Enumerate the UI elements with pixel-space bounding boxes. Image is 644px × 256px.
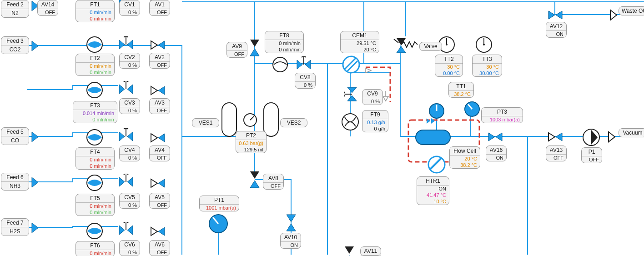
pump-icon[interactable] xyxy=(582,128,600,146)
svg-rect-71 xyxy=(416,130,450,145)
cv1-box[interactable]: CV10 % xyxy=(119,0,140,16)
svg-marker-47 xyxy=(345,246,354,254)
heater-icon[interactable] xyxy=(428,156,446,174)
control-valve-icon[interactable] xyxy=(118,174,134,187)
feed-triangle-icon xyxy=(31,176,39,188)
feed-2[interactable]: Feed 2N2 xyxy=(1,0,29,18)
cv8-valve-icon[interactable] xyxy=(296,56,312,70)
svg-point-49 xyxy=(273,57,287,72)
feed-triangle-icon xyxy=(31,131,39,143)
block-valve-icon[interactable] xyxy=(150,178,166,188)
av16-box[interactable]: AV16ON xyxy=(486,146,507,161)
tt2-box[interactable]: TT230 °C0.00 °C xyxy=(435,55,463,77)
ft3-box[interactable]: FT30.014 mln/min0 mln/min xyxy=(73,101,117,123)
av12-valve-icon[interactable] xyxy=(548,10,563,20)
av14-box[interactable]: AV14OFF xyxy=(37,0,58,16)
av4-box[interactable]: AV4OFF xyxy=(149,146,170,161)
svg-marker-93 xyxy=(366,68,371,73)
svg-marker-21 xyxy=(127,132,133,141)
control-valve-icon[interactable] xyxy=(118,36,134,50)
mfc-icon[interactable] xyxy=(86,222,104,240)
cv5-box[interactable]: CV50 % xyxy=(119,193,140,209)
av5-box[interactable]: AV5OFF xyxy=(149,193,170,209)
av16-valve-icon[interactable] xyxy=(488,132,503,142)
svg-marker-15 xyxy=(127,40,133,49)
gauge-small-icon xyxy=(243,113,257,127)
feed-7[interactable]: Feed 7H2S xyxy=(1,218,29,236)
mfc-icon[interactable] xyxy=(86,35,104,54)
av9-box[interactable]: AV9OFF xyxy=(226,42,247,58)
svg-marker-73 xyxy=(431,118,435,124)
svg-marker-36 xyxy=(158,134,165,142)
flowcell-box[interactable]: Flow Cell20 °C38.2 °C xyxy=(449,146,480,169)
av3-box[interactable]: AV3OFF xyxy=(149,98,170,114)
ft2-box[interactable]: FT20 mln/min0 mln/min xyxy=(75,54,115,76)
block-valve-icon[interactable] xyxy=(150,85,166,95)
p1-box[interactable]: P1OFF xyxy=(581,147,602,163)
pt1-box[interactable]: PT11001 mbar(a) xyxy=(199,196,239,211)
gauge-filled-icon xyxy=(208,214,228,234)
av11-valve-icon[interactable] xyxy=(344,246,355,256)
svg-marker-40 xyxy=(158,227,165,236)
av1-box[interactable]: AV1OFF xyxy=(149,0,170,16)
control-valve-icon[interactable] xyxy=(118,222,134,236)
cv3-box[interactable]: CV30 % xyxy=(119,98,140,114)
cv9-box[interactable]: CV90 % xyxy=(362,89,383,105)
cv6-box[interactable]: CV60 % xyxy=(119,240,140,256)
tt3-box[interactable]: TT330 °C30.00 °C xyxy=(472,55,502,77)
cv8-box[interactable]: CV80 % xyxy=(295,73,316,89)
block-valve-icon[interactable] xyxy=(150,133,166,143)
control-valve-icon[interactable] xyxy=(118,81,134,95)
ves2-box: VES2 xyxy=(280,118,307,127)
cv4-box[interactable]: CV40 % xyxy=(119,146,140,161)
av11-box[interactable]: AV11 xyxy=(360,246,381,256)
feed-6[interactable]: Feed 6NH3 xyxy=(1,173,29,191)
heat-exchanger-icon xyxy=(342,55,360,74)
control-valve-icon[interactable] xyxy=(118,128,134,142)
av6-box[interactable]: AV6OFF xyxy=(149,240,170,256)
mfc-icon[interactable] xyxy=(86,174,104,192)
feed-3[interactable]: Feed 3CO2 xyxy=(1,36,29,54)
av9-valve-icon[interactable] xyxy=(249,39,260,57)
feed-5[interactable]: Feed 5CO xyxy=(1,127,29,145)
svg-marker-77 xyxy=(548,11,555,19)
vacuum-box: Vacuum xyxy=(619,128,644,137)
svg-marker-24 xyxy=(127,177,133,186)
av2-box[interactable]: AV2OFF xyxy=(149,53,170,69)
flow-cell-icon[interactable] xyxy=(415,128,451,146)
htr1-box[interactable]: HTR1ON41.47 °C10 °C xyxy=(417,176,449,205)
svg-marker-31 xyxy=(151,41,157,49)
av13-box[interactable]: AV13OFF xyxy=(546,146,567,161)
av10-box[interactable]: AV10ON xyxy=(280,233,301,249)
block-valve-icon[interactable] xyxy=(150,40,166,50)
av12-box[interactable]: AV12ON xyxy=(546,22,567,38)
mfc-icon[interactable] xyxy=(86,81,104,99)
ft4-box[interactable]: FT40 mln/min0 mln/min xyxy=(75,147,115,170)
ft9-box[interactable]: FT90.13 g/h0 g/h xyxy=(362,110,388,132)
block-valve-icon[interactable] xyxy=(150,226,166,236)
cem1-box[interactable]: CEM129.51 °C20 °C xyxy=(340,31,379,53)
av13-valve-icon[interactable] xyxy=(548,132,563,142)
svg-marker-17 xyxy=(119,85,125,94)
pt3-box[interactable]: PT31003 mbar(a) xyxy=(481,107,523,123)
svg-marker-32 xyxy=(158,41,165,49)
flow-direction-icon xyxy=(426,117,437,125)
pt2-box[interactable]: PT20.63 bar(g)129.5 ml xyxy=(236,131,267,153)
ft5-box[interactable]: FT50 mln/min0 mln/min xyxy=(75,194,115,216)
ft1-box[interactable]: FT10 mln/min0 mln/min xyxy=(75,0,115,22)
cv2-box[interactable]: CV20 % xyxy=(119,53,140,69)
svg-marker-18 xyxy=(127,85,133,94)
cv9-valve-icon[interactable] xyxy=(344,86,357,102)
ft6-box[interactable]: FT60 mln/min xyxy=(75,241,115,256)
av8-valve-icon[interactable] xyxy=(249,171,260,189)
mfc-icon[interactable] xyxy=(86,128,104,146)
svg-marker-46 xyxy=(287,224,296,231)
av10-valve-icon[interactable] xyxy=(286,214,297,232)
svg-marker-43 xyxy=(250,171,259,179)
svg-marker-75 xyxy=(488,133,495,141)
svg-marker-34 xyxy=(158,86,165,95)
tt1-box[interactable]: TT138.2 °C xyxy=(448,82,474,98)
svg-marker-2 xyxy=(32,41,38,51)
ft8-box[interactable]: FT80 mln/min0 mln/min xyxy=(265,31,304,53)
av8-box[interactable]: AV8OFF xyxy=(263,174,284,190)
